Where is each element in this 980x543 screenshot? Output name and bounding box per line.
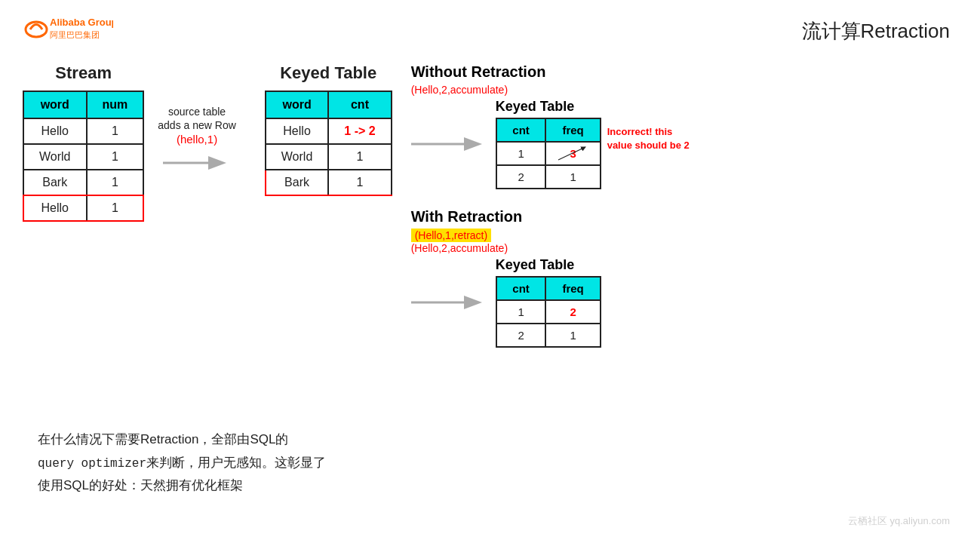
stream-col-num: num [87,91,144,118]
keyed-row3-word: Bark [266,170,329,195]
stream-section: Stream word num Hello 1 World 1 Bark [23,63,144,222]
with-row1-cnt: 1 [496,300,546,324]
svg-text:Alibaba Group: Alibaba Group [50,17,113,28]
table-row: World 1 [23,144,143,170]
without-col-cnt: cnt [496,118,546,142]
stream-row1-num: 1 [87,118,144,144]
stream-row2-num: 1 [87,144,144,170]
with-col-cnt: cnt [496,277,546,300]
table-row: 1 3 [496,142,601,165]
stream-col-word: word [23,91,87,118]
stream-row4-num: 1 [87,195,144,221]
table-row: Hello 1 -> 2 [266,118,392,144]
without-row2-cnt: 2 [496,165,546,189]
right-panel: Without Retraction (Hello,2,accumulate) … [411,63,698,348]
with-right-content: Keyed Table cnt freq 1 2 [496,257,601,348]
bottom-line1: 在什么情况下需要Retraction，全部由SQL的 [38,428,326,452]
without-retraction-title: Without Retraction [411,63,698,81]
with-row2-cnt: 2 [496,324,546,347]
incorrect-message: Incorrect! this value should be 2 [607,125,698,152]
with-message1: (Hello,1,retract) [411,229,491,242]
with-message1-wrapper: (Hello,1,retract) [411,229,698,242]
with-row1-freq: 2 [545,300,600,324]
without-row1-freq: 3 [545,142,600,165]
with-retraction-title: With Retraction [411,208,698,225]
keyed-row2-cnt: 1 [328,144,391,170]
bottom-line3: 使用SQL的好处：天然拥有优化框架 [38,474,326,498]
keyed-col-cnt: cnt [328,91,391,118]
keyed-table-center-section: Keyed Table word cnt Hello 1 -> 2 World … [265,63,392,196]
watermark: 云栖社区 yq.aliyun.com [848,514,950,528]
keyed-center-title: Keyed Table [280,63,376,83]
without-keyed-table: cnt freq 1 3 [496,118,601,189]
with-keyed-table: cnt freq 1 2 2 1 [496,276,601,348]
with-retraction-section: With Retraction (Hello,1,retract) (Hello… [411,208,698,348]
without-retraction-section: Without Retraction (Hello,2,accumulate) … [411,63,698,189]
without-content: Keyed Table cnt freq 1 [411,99,698,189]
arrow-icon [163,152,231,174]
table-row-last: Hello 1 [23,195,143,221]
arrow-label: source table adds a new Row (hello,1) [158,105,236,147]
with-message2: (Hello,2,accumulate) [411,242,698,254]
logo: Alibaba Group 阿里巴巴集团 [23,14,113,48]
with-arrow-icon [411,291,487,314]
table-row: Bark 1 [266,170,392,195]
without-arrow-icon [411,133,487,155]
keyed-col-word: word [266,91,329,118]
bottom-text: 在什么情况下需要Retraction，全部由SQL的 query optimiz… [38,428,326,498]
main-content: Stream word num Hello 1 World 1 Bark [0,56,980,348]
with-row2-freq: 1 [545,324,600,347]
header: Alibaba Group 阿里巴巴集团 流计算Retraction [0,0,980,56]
table-row: Bark 1 [23,170,143,195]
with-content: Keyed Table cnt freq 1 2 [411,257,698,348]
stream-row3-word: Bark [23,170,87,195]
table-row: 2 1 [496,324,601,347]
page-title: 流计算Retraction [802,18,951,44]
without-message: (Hello,2,accumulate) [411,84,698,96]
stream-row4-word: Hello [23,195,87,221]
table-row: World 1 [266,144,392,170]
svg-text:阿里巴巴集团: 阿里巴巴集团 [50,30,100,39]
stream-row3-num: 1 [87,170,144,195]
keyed-center-table: word cnt Hello 1 -> 2 World 1 Bark 1 [265,90,392,196]
arrow-source-to-keyed: source table adds a new Row (hello,1) [144,105,250,174]
without-row2-freq: 1 [545,165,600,189]
keyed-row1-word: Hello [266,118,329,144]
stream-row1-word: Hello [23,118,87,144]
without-row1-cnt: 1 [496,142,546,165]
keyed-row1-cnt: 1 -> 2 [328,118,391,144]
stream-row2-word: World [23,144,87,170]
with-keyed-title: Keyed Table [496,257,575,273]
keyed-row3-cnt: 1 [328,170,391,195]
stream-table: word num Hello 1 World 1 Bark 1 He [23,90,144,222]
table-row: 1 2 [496,300,601,324]
stream-title: Stream [55,63,112,83]
keyed-row2-word: World [266,144,329,170]
without-col-freq: freq [545,118,600,142]
without-keyed-title: Keyed Table [496,99,575,115]
table-row: 2 1 [496,165,601,189]
without-right-content: Keyed Table cnt freq 1 [496,99,698,189]
bottom-line2: query optimizer来判断，用户无感知。这彰显了 [38,452,326,475]
logo-area: Alibaba Group 阿里巴巴集团 [23,14,113,48]
with-col-freq: freq [545,277,600,300]
table-row: Hello 1 [23,118,143,144]
